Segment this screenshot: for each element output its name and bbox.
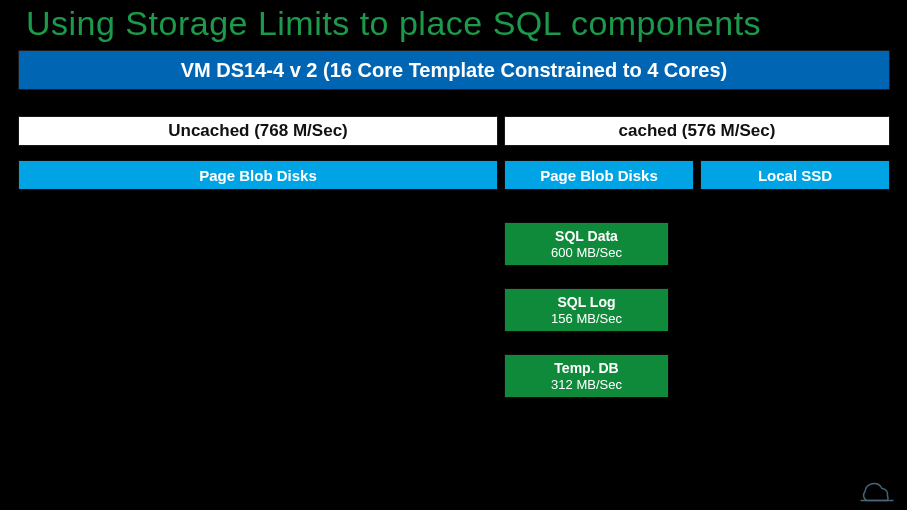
- sql-tempdb-box: Temp. DB 312 MB/Sec: [504, 354, 669, 398]
- slide-title: Using Storage Limits to place SQL compon…: [26, 4, 761, 43]
- sql-log-rate: 156 MB/Sec: [551, 311, 622, 327]
- disk-band-cached: Page Blob Disks: [504, 160, 694, 190]
- sql-data-rate: 600 MB/Sec: [551, 245, 622, 261]
- uncached-band: Uncached (768 M/Sec): [18, 116, 498, 146]
- sql-log-label: SQL Log: [557, 294, 615, 311]
- disk-band-localssd: Local SSD: [700, 160, 890, 190]
- cached-band: cached (576 M/Sec): [504, 116, 890, 146]
- vm-band: VM DS14-4 v 2 (16 Core Template Constrai…: [18, 50, 890, 90]
- disk-band-uncached: Page Blob Disks: [18, 160, 498, 190]
- sql-data-box: SQL Data 600 MB/Sec: [504, 222, 669, 266]
- sql-tempdb-label: Temp. DB: [554, 360, 618, 377]
- sql-log-box: SQL Log 156 MB/Sec: [504, 288, 669, 332]
- sql-tempdb-rate: 312 MB/Sec: [551, 377, 622, 393]
- cloud-icon: [859, 478, 895, 502]
- sql-data-label: SQL Data: [555, 228, 618, 245]
